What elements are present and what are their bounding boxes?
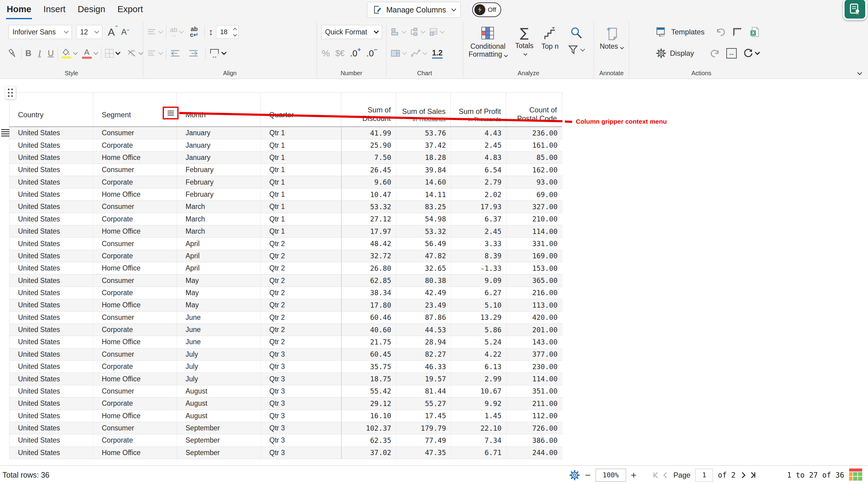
cell[interactable]: United States (9, 434, 93, 446)
cell[interactable]: 365.00 (507, 275, 562, 286)
cell[interactable]: 83.25 (396, 201, 451, 213)
table-row[interactable]: United StatesConsumerFebruaryQtr 126.453… (9, 164, 562, 176)
license-badge[interactable] (843, 0, 867, 20)
underline-button[interactable]: U (48, 49, 54, 58)
totals-button[interactable]: ∑ Totals (515, 26, 533, 55)
cell[interactable]: 53.32 (396, 225, 451, 237)
cell[interactable]: Qtr 2 (261, 237, 342, 250)
cell[interactable]: Qtr 2 (261, 287, 342, 299)
cell[interactable]: 10.67 (451, 385, 507, 397)
chevron-down-icon[interactable] (423, 50, 428, 55)
cell[interactable]: 230.00 (507, 361, 562, 373)
table-row[interactable]: United StatesHome OfficeJanuaryQtr 17.50… (9, 152, 562, 164)
cell[interactable]: 5.10 (451, 299, 507, 311)
chevron-down-icon[interactable] (115, 50, 120, 55)
next-page-button[interactable] (740, 473, 745, 477)
cell[interactable]: Qtr 3 (261, 349, 342, 360)
cell[interactable]: Corporate (93, 361, 177, 373)
table-row[interactable]: United StatesConsumerJulyQtr 360.4582.27… (9, 349, 562, 361)
cell[interactable]: 114.00 (507, 225, 562, 237)
table-row[interactable]: United StatesHome OfficeJulyQtr 318.7519… (9, 373, 562, 385)
cell[interactable]: 327.00 (507, 201, 562, 213)
layout-chart-button[interactable] (429, 27, 438, 37)
cell[interactable]: Qtr 2 (261, 299, 342, 311)
cell[interactable]: Qtr 3 (261, 373, 342, 385)
cell[interactable]: 85.00 (507, 152, 562, 164)
cell[interactable]: Qtr 3 (261, 361, 342, 373)
cell[interactable]: 2.02 (451, 189, 507, 200)
cell[interactable]: 2.79 (451, 176, 507, 188)
cell[interactable]: 211.00 (507, 397, 562, 409)
cell[interactable]: Home Office (93, 373, 177, 385)
cell[interactable]: 23.49 (396, 299, 451, 311)
cell[interactable]: Consumer (93, 275, 177, 286)
first-page-button[interactable] (653, 473, 659, 478)
cell[interactable]: United States (9, 164, 93, 176)
cell[interactable]: Qtr 1 (261, 225, 342, 237)
cell[interactable]: 62.85 (342, 275, 396, 286)
cell[interactable]: 17.45 (396, 410, 451, 422)
cell[interactable]: 82.27 (396, 349, 451, 360)
cell[interactable]: February (177, 189, 261, 200)
table-row[interactable]: United StatesCorporateMarchQtr 127.1254.… (9, 213, 562, 225)
column-header-month[interactable]: Month (177, 93, 260, 126)
cell[interactable]: 55.27 (396, 397, 451, 409)
cell[interactable]: Qtr 3 (261, 397, 342, 409)
cell[interactable]: 53.76 (396, 127, 451, 139)
cell[interactable]: 377.00 (507, 349, 562, 360)
export-excel-button[interactable]: X (749, 27, 760, 37)
cell[interactable]: June (177, 336, 261, 348)
cell[interactable]: 4.43 (451, 127, 507, 139)
cell[interactable]: 420.00 (507, 312, 562, 323)
cell[interactable]: 27.12 (342, 213, 396, 225)
cell[interactable]: 81.44 (396, 385, 451, 397)
cell[interactable]: 41.99 (342, 127, 396, 139)
cell[interactable]: 169.00 (507, 250, 562, 262)
wrap-text-button[interactable]: ab c↵ (190, 26, 198, 38)
cell[interactable]: 244.00 (507, 447, 562, 459)
cell[interactable]: United States (9, 312, 93, 323)
power-toggle[interactable]: Off (472, 2, 501, 17)
cell[interactable]: Qtr 1 (261, 164, 342, 176)
cell[interactable]: 5.24 (451, 336, 507, 348)
column-header-profit[interactable]: Sum of Profitin Thousands (451, 93, 506, 126)
cell[interactable]: 38.34 (342, 287, 396, 299)
cell[interactable]: United States (9, 225, 93, 237)
percent-format-button[interactable]: % (322, 48, 330, 59)
column-header-country[interactable]: Country (9, 93, 93, 126)
cell[interactable]: 69.00 (507, 189, 562, 200)
cell[interactable]: April (177, 237, 261, 250)
cell[interactable]: 1.45 (451, 410, 507, 422)
tab-export[interactable]: Export (117, 2, 144, 19)
cell[interactable]: Corporate (93, 397, 177, 409)
undo-button[interactable] (715, 27, 726, 37)
increase-decimal-button[interactable]: .0+ (350, 49, 361, 59)
cell[interactable]: Consumer (93, 385, 177, 397)
cell[interactable]: September (177, 434, 261, 446)
filter-button[interactable] (567, 45, 584, 55)
cell[interactable]: 10.47 (342, 189, 396, 200)
cell[interactable]: 26.80 (342, 262, 396, 274)
chevron-down-icon[interactable] (234, 33, 237, 37)
column-header-discount[interactable]: Sum of Discount (341, 93, 396, 126)
cell[interactable]: 19.57 (396, 373, 451, 385)
cell[interactable]: 113.00 (507, 299, 562, 311)
cell[interactable]: Consumer (93, 349, 177, 360)
table-row[interactable]: United StatesConsumerAprilQtr 248.4256.4… (9, 237, 562, 250)
cell[interactable]: 6.71 (451, 447, 507, 459)
table-row[interactable]: United StatesHome OfficeFebruaryQtr 110.… (9, 189, 562, 201)
cell[interactable]: Qtr 2 (261, 262, 342, 274)
table-row[interactable]: United StatesConsumerSeptemberQtr 3102.3… (9, 422, 562, 434)
manage-columns-button[interactable]: Manage Columns (367, 2, 461, 18)
cell[interactable]: 8.39 (451, 250, 507, 262)
chevron-down-icon[interactable] (158, 29, 163, 33)
ribbon-collapse-button[interactable] (858, 70, 861, 75)
cell[interactable]: 6.54 (451, 164, 507, 176)
page-input[interactable]: 1 (695, 469, 713, 482)
indent-decrease-button[interactable] (170, 49, 180, 58)
cell[interactable]: 77.49 (396, 434, 451, 446)
cell[interactable]: Corporate (93, 434, 177, 446)
cell[interactable]: April (177, 262, 261, 274)
cell[interactable]: January (177, 127, 261, 139)
cell[interactable]: March (177, 201, 261, 213)
